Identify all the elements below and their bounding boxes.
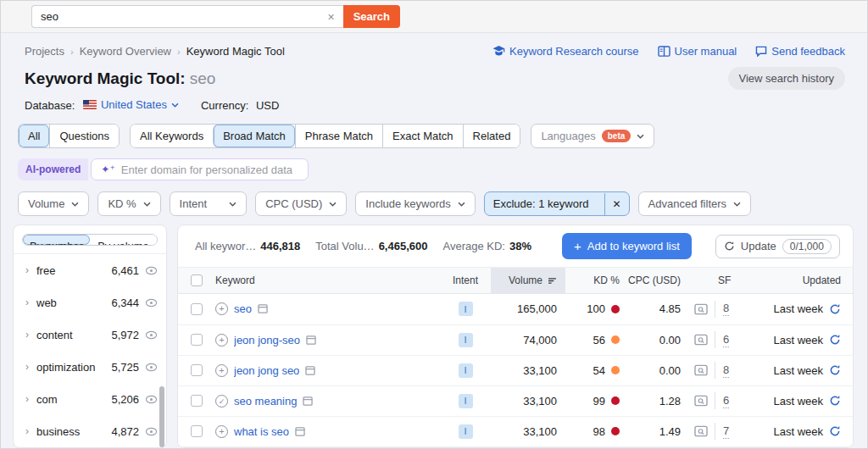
col-volume[interactable]: Volume: [491, 268, 565, 293]
sidebar-scrollbar[interactable]: [159, 386, 164, 447]
cpc-filter[interactable]: CPC (USD): [255, 191, 347, 216]
tab-phrase-match[interactable]: Phrase Match: [295, 125, 382, 147]
add-keyword-icon[interactable]: [215, 334, 228, 346]
chevron-right-icon[interactable]: ›: [25, 361, 29, 373]
chevron-right-icon[interactable]: ›: [25, 329, 29, 341]
domain-input[interactable]: [121, 164, 299, 176]
group-item-content[interactable]: › content 5,972: [14, 319, 166, 351]
col-cpc[interactable]: CPC (USD): [628, 274, 681, 286]
send-feedback-link[interactable]: Send feedback: [755, 45, 845, 58]
added-keyword-icon[interactable]: [215, 395, 228, 407]
sf-value[interactable]: 8: [723, 302, 729, 316]
include-keywords-filter[interactable]: Include keywords: [355, 191, 475, 216]
languages-dropdown[interactable]: Languages beta: [531, 124, 654, 148]
user-manual-link[interactable]: User manual: [658, 45, 737, 58]
row-checkbox[interactable]: [191, 425, 203, 437]
eye-icon[interactable]: [145, 297, 158, 309]
eye-icon[interactable]: [145, 393, 158, 406]
serp-window-icon[interactable]: [258, 304, 268, 313]
intent-badge[interactable]: I: [459, 333, 473, 347]
clear-search-icon[interactable]: ×: [326, 10, 336, 24]
sf-value[interactable]: 6: [723, 333, 729, 347]
group-item-optimization[interactable]: › optimization 5,725: [14, 351, 166, 383]
keyword-link[interactable]: what is seo: [234, 425, 289, 438]
sort-by-number-button[interactable]: By number: [23, 235, 90, 245]
tab-related[interactable]: Related: [463, 125, 520, 147]
col-updated[interactable]: Updated: [803, 274, 841, 286]
refresh-icon[interactable]: [829, 395, 841, 407]
sf-value[interactable]: 6: [723, 394, 729, 408]
sf-value[interactable]: 8: [723, 363, 729, 378]
chevron-right-icon[interactable]: ›: [25, 425, 29, 437]
add-keyword-icon[interactable]: [215, 364, 228, 377]
sort-by-volume-button[interactable]: By volume: [90, 235, 157, 245]
languages-label: Languages: [541, 130, 595, 142]
col-keyword[interactable]: Keyword: [215, 274, 255, 286]
keyword-link[interactable]: jeon jong-seo: [234, 334, 300, 346]
keyword-link[interactable]: seo: [234, 302, 252, 315]
eye-icon[interactable]: [145, 361, 158, 374]
intent-badge[interactable]: I: [459, 363, 473, 378]
row-checkbox[interactable]: [191, 395, 203, 407]
chevron-right-icon[interactable]: ›: [25, 297, 29, 308]
tab-all[interactable]: All: [19, 125, 49, 147]
keyword-link[interactable]: seo meaning: [234, 395, 297, 407]
serp-window-icon[interactable]: [295, 427, 305, 436]
serp-window-icon[interactable]: [306, 335, 316, 345]
kd-filter[interactable]: KD %: [97, 191, 160, 216]
database-selector[interactable]: United States: [83, 98, 179, 111]
row-checkbox[interactable]: [191, 334, 203, 346]
serp-preview-icon[interactable]: [694, 364, 708, 376]
view-search-history-button[interactable]: View search history: [728, 67, 845, 90]
serp-preview-icon[interactable]: [694, 334, 708, 346]
add-to-keyword-list-button[interactable]: + Add to keyword list: [562, 233, 692, 259]
eye-icon[interactable]: [145, 264, 158, 277]
select-all-checkbox[interactable]: [191, 274, 203, 286]
advanced-filters[interactable]: Advanced filters: [638, 191, 752, 216]
refresh-icon[interactable]: [829, 364, 841, 376]
sf-value[interactable]: 7: [723, 424, 729, 439]
eye-icon[interactable]: [145, 425, 158, 438]
intent-badge[interactable]: I: [459, 394, 473, 408]
update-button[interactable]: Update 0/1,000: [715, 235, 840, 258]
search-input[interactable]: [41, 10, 326, 23]
row-checkbox[interactable]: [191, 303, 203, 315]
group-item-com[interactable]: › com 5,206: [14, 383, 166, 415]
col-sf[interactable]: SF: [718, 274, 731, 286]
remove-exclude-filter-icon[interactable]: ✕: [604, 193, 629, 215]
serp-window-icon[interactable]: [305, 366, 315, 375]
col-intent[interactable]: Intent: [453, 274, 478, 286]
volume-filter[interactable]: Volume: [18, 191, 89, 216]
search-button[interactable]: Search: [343, 5, 400, 28]
intent-badge[interactable]: I: [459, 424, 473, 439]
serp-window-icon[interactable]: [303, 396, 313, 406]
intent-filter[interactable]: Intent: [170, 191, 248, 216]
serp-preview-icon[interactable]: [694, 425, 708, 437]
refresh-icon[interactable]: [829, 334, 841, 346]
row-checkbox[interactable]: [191, 364, 203, 376]
group-item-free[interactable]: › free 6,461: [14, 254, 166, 286]
group-item-business[interactable]: › business 4,872: [14, 415, 166, 447]
chevron-right-icon[interactable]: ›: [25, 393, 29, 405]
chevron-right-icon[interactable]: ›: [25, 264, 29, 276]
keyword-link[interactable]: jeon jong seo: [234, 364, 299, 377]
breadcrumb-projects[interactable]: Projects: [25, 45, 64, 58]
exclude-keywords-filter[interactable]: Exclude: 1 keyword ✕: [484, 191, 630, 216]
refresh-icon[interactable]: [829, 425, 841, 437]
serp-preview-icon[interactable]: [694, 303, 708, 315]
keyword-research-course-link[interactable]: Keyword Research course: [492, 45, 638, 58]
refresh-icon[interactable]: [829, 303, 841, 315]
add-keyword-icon[interactable]: [215, 425, 228, 438]
col-kd[interactable]: KD %: [593, 274, 620, 286]
breadcrumb-keyword-overview[interactable]: Keyword Overview: [80, 45, 171, 58]
add-keyword-icon[interactable]: [215, 302, 228, 315]
tab-broad-match[interactable]: Broad Match: [213, 125, 295, 147]
tab-all-keywords[interactable]: All Keywords: [131, 125, 213, 147]
intent-badge[interactable]: I: [459, 302, 473, 316]
serp-preview-icon[interactable]: [694, 395, 708, 407]
tab-exact-match[interactable]: Exact Match: [382, 125, 463, 147]
tab-questions[interactable]: Questions: [49, 125, 119, 147]
volume-value: 74,000: [491, 325, 565, 355]
group-item-web[interactable]: › web 6,344: [14, 286, 166, 319]
eye-icon[interactable]: [145, 329, 158, 341]
